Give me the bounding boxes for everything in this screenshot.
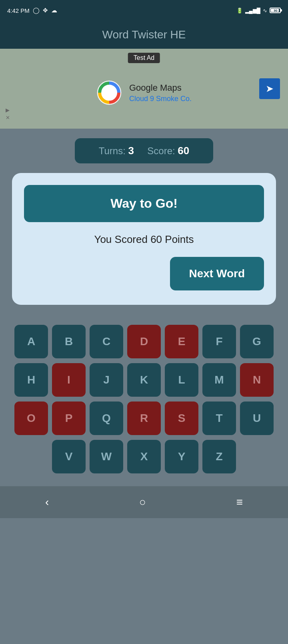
ad-content: Google Maps Cloud 9 Smoke Co. [96,80,192,105]
key-u[interactable]: U [240,402,274,435]
keyboard-row-3: VWXYZ [7,440,281,473]
app-title: Word Twister HE [102,28,186,41]
score-bar: Turns: 3 Score: 60 [0,129,288,173]
ad-nav-icon[interactable]: ➤ [259,78,280,99]
title-bar: Word Twister HE [0,21,288,49]
key-c[interactable]: C [90,325,123,358]
ad-label: Test Ad [128,53,160,63]
ad-subtitle: Cloud 9 Smoke Co. [129,95,192,103]
result-card: Way to Go! You Scored 60 Points Next Wor… [12,173,276,305]
back-button[interactable]: ‹ [45,496,49,509]
signal-icon: ▂▄▆█ [245,8,260,14]
key-s[interactable]: S [165,402,198,435]
key-f[interactable]: F [202,325,236,358]
key-g[interactable]: G [240,325,274,358]
key-e[interactable]: E [165,325,198,358]
key-x[interactable]: X [127,440,161,473]
next-word-button[interactable]: Next Word [170,257,264,290]
key-n[interactable]: N [240,363,274,397]
usb-icon: ✥ [43,7,48,14]
key-b[interactable]: B [52,325,86,358]
turns-value: 3 [128,145,134,157]
key-v[interactable]: V [52,440,86,473]
key-a[interactable]: A [14,325,48,358]
key-z[interactable]: Z [202,440,236,473]
keyboard-area: ABCDEFGHIJKLMNOPQRSTUVWXYZ [0,317,288,482]
ad-controls: ▶ ✕ [6,107,10,121]
score-value: 60 [178,145,189,157]
key-q[interactable]: Q [90,402,123,435]
key-d[interactable]: D [127,325,161,358]
way-to-go-button[interactable]: Way to Go! [24,185,264,222]
battery-icon: 90 [270,8,281,13]
key-w[interactable]: W [90,440,123,473]
key-y[interactable]: Y [165,440,198,473]
status-bar: 4:42 PM ◯ ✥ ☁ 🔋 ▂▄▆█ ∿ 90 [0,0,288,21]
key-l[interactable]: L [165,363,198,397]
key-h[interactable]: H [14,363,48,397]
key-r[interactable]: R [127,402,161,435]
key-t[interactable]: T [202,402,236,435]
key-m[interactable]: M [202,363,236,397]
status-right: 🔋 ▂▄▆█ ∿ 90 [236,8,281,14]
cloud-icon: ☁ [51,7,57,14]
vibrate-icon: 🔋 [236,8,243,14]
ad-company-name: Google Maps [129,83,192,93]
score-label: Score: [147,145,175,156]
modal-area: Way to Go! You Scored 60 Points Next Wor… [0,173,288,317]
time-display: 4:42 PM [7,7,30,14]
wifi-icon: ∿ [263,8,267,14]
keyboard-row-0: ABCDEFG [7,325,281,358]
key-i[interactable]: I [52,363,86,397]
ad-close-icon: ✕ [6,115,10,121]
bottom-nav: ‹ ○ ≡ [0,486,288,518]
key-j[interactable]: J [90,363,123,397]
whatsapp-icon: ◯ [33,7,40,14]
score-pill: Turns: 3 Score: 60 [75,138,214,163]
key-k[interactable]: K [127,363,161,397]
key-o[interactable]: O [14,402,48,435]
menu-button[interactable]: ≡ [236,496,243,509]
ad-banner: Test Ad Google Maps Cloud 9 Smoke Co. ➤ … [0,49,288,129]
home-button[interactable]: ○ [139,496,146,509]
ad-play-icon: ▶ [6,107,10,113]
status-left: 4:42 PM ◯ ✥ ☁ [7,7,57,14]
key-p[interactable]: P [52,402,86,435]
keyboard-row-1: HIJKLMN [7,363,281,397]
ad-text-block: Google Maps Cloud 9 Smoke Co. [129,83,192,103]
turns-label: Turns: [99,145,126,156]
battery-level: 90 [271,9,280,12]
google-maps-logo [96,80,122,105]
scored-text: You Scored 60 Points [94,233,194,246]
keyboard-row-2: OPQRSTU [7,402,281,435]
